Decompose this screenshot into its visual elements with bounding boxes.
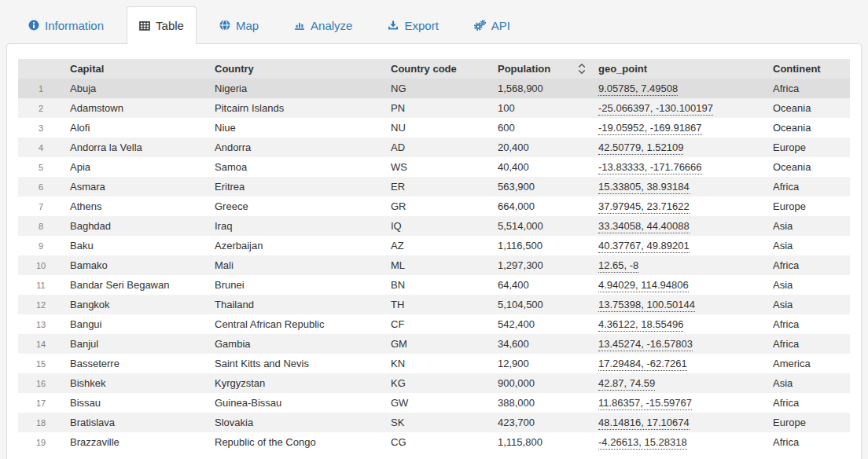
- cell-country-code: TH: [384, 295, 491, 314]
- table-row[interactable]: 7 Athens Greece GR 664,000 37.97945, 23.…: [18, 196, 850, 216]
- geo-point-link[interactable]: 15.33805, 38.93184: [598, 181, 690, 194]
- row-index: 5: [18, 157, 64, 177]
- column-header-country[interactable]: Country: [208, 59, 384, 79]
- cell-country-code: ML: [384, 255, 491, 275]
- geo-point-link[interactable]: 4.94029, 114.94806: [598, 279, 689, 292]
- table-row[interactable]: 4 Andorra la Vella Andorra AD 20,400 42.…: [18, 138, 850, 157]
- table-row[interactable]: 10 Bamako Mali ML 1,297,300 12.65, -8 Af…: [18, 255, 850, 275]
- cell-continent: Asia: [767, 236, 850, 255]
- column-header-country-code[interactable]: Country code: [384, 59, 491, 79]
- column-header-continent[interactable]: Continent: [767, 59, 850, 79]
- table-row[interactable]: 16 Bishkek Kyrgyzstan KG 900,000 42.87, …: [18, 373, 850, 393]
- table-row[interactable]: 5 Apia Samoa WS 40,400 -13.83333, -171.7…: [18, 157, 850, 177]
- cell-population: 64,400: [491, 275, 592, 295]
- column-header-geo-point[interactable]: geo_point: [592, 59, 767, 79]
- geo-point-link[interactable]: -19.05952, -169.91867: [598, 122, 702, 135]
- table-row[interactable]: 3 Alofi Niue NU 600 -19.05952, -169.9186…: [18, 118, 850, 138]
- cell-continent: Africa: [767, 314, 850, 334]
- tab-label: Map: [236, 20, 259, 31]
- cell-geo-point: 42.87, 74.59: [592, 373, 767, 393]
- tab-table[interactable]: Table: [127, 6, 197, 44]
- sort-icon[interactable]: [578, 63, 586, 75]
- table-row[interactable]: 15 Basseterre Saint Kitts and Nevis KN 1…: [18, 354, 850, 373]
- row-index: 12: [18, 295, 64, 314]
- geo-point-link[interactable]: 33.34058, 44.40088: [598, 220, 690, 233]
- table-row[interactable]: 12 Bangkok Thailand TH 5,104,500 13.7539…: [18, 295, 850, 314]
- column-header-capital[interactable]: Capital: [64, 59, 208, 79]
- geo-point-link[interactable]: 42.87, 74.59: [598, 377, 655, 391]
- cell-population: 5,514,000: [491, 216, 592, 236]
- cell-continent: Asia: [767, 295, 850, 314]
- cell-population: 1,116,500: [491, 236, 592, 255]
- cell-capital: Banjul: [64, 334, 208, 354]
- geo-point-link[interactable]: 9.05785, 7.49508: [598, 83, 678, 96]
- row-index: 16: [18, 373, 64, 393]
- cell-population: 900,000: [491, 373, 592, 393]
- cell-country-code: GW: [384, 393, 491, 413]
- cell-country-code: KN: [384, 354, 491, 373]
- geo-point-link[interactable]: 12.65, -8: [598, 259, 638, 273]
- table-row[interactable]: 8 Baghdad Iraq IQ 5,514,000 33.34058, 44…: [18, 216, 850, 236]
- cell-geo-point: 37.97945, 23.71622: [592, 196, 767, 216]
- tab-api[interactable]: API: [462, 6, 523, 43]
- table-body: 1 Abuja Nigeria NG 1,568,900 9.05785, 7.…: [18, 79, 850, 452]
- cell-capital: Bamako: [64, 255, 208, 275]
- cell-geo-point: -4.26613, 15.28318: [592, 432, 767, 452]
- row-index: 8: [18, 216, 64, 236]
- geo-point-link[interactable]: 13.75398, 100.50144: [598, 299, 695, 312]
- row-index: 15: [18, 354, 64, 373]
- column-header-population[interactable]: Population: [491, 59, 592, 79]
- tab-map[interactable]: Map: [207, 6, 271, 43]
- geo-point-link[interactable]: 4.36122, 18.55496: [598, 318, 683, 332]
- row-index: 13: [18, 314, 64, 334]
- cell-population: 1,568,900: [491, 79, 592, 98]
- table-row[interactable]: 17 Bissau Guinea-Bissau GW 388,000 11.86…: [18, 393, 850, 413]
- geo-point-link[interactable]: -13.83333, -171.76666: [598, 161, 702, 174]
- cell-country-code: GR: [384, 196, 491, 216]
- cell-capital: Alofi: [64, 118, 208, 138]
- table-header-row: Capital Country Country code Population: [18, 59, 850, 79]
- row-index: 18: [18, 413, 64, 432]
- table-row[interactable]: 1 Abuja Nigeria NG 1,568,900 9.05785, 7.…: [18, 79, 850, 98]
- cell-geo-point: 40.37767, 49.89201: [592, 236, 767, 255]
- cell-country: Azerbaijan: [208, 236, 384, 255]
- table-row[interactable]: 14 Banjul Gambia GM 34,600 13.45274, -16…: [18, 334, 850, 354]
- cell-population: 5,104,500: [491, 295, 592, 314]
- dataset-tabs: Information Table Map: [0, 0, 868, 43]
- cell-country: Brunei: [208, 275, 384, 295]
- cell-geo-point: 15.33805, 38.93184: [592, 177, 767, 196]
- cell-country-code: CF: [384, 314, 491, 334]
- table-row[interactable]: 6 Asmara Eritrea ER 563,900 15.33805, 38…: [18, 177, 850, 196]
- cell-country: Thailand: [208, 295, 384, 314]
- table-row[interactable]: 2 Adamstown Pitcairn Islands PN 100 -25.…: [18, 98, 850, 118]
- table-row[interactable]: 18 Bratislava Slovakia SK 423,700 48.148…: [18, 413, 850, 432]
- table-row[interactable]: 11 Bandar Seri Begawan Brunei BN 64,400 …: [18, 275, 850, 295]
- geo-point-link[interactable]: 40.37767, 49.89201: [598, 240, 690, 253]
- row-index: 19: [18, 432, 64, 452]
- tab-information[interactable]: Information: [16, 6, 116, 43]
- geo-point-link[interactable]: 11.86357, -15.59767: [598, 397, 692, 410]
- cell-geo-point: 42.50779, 1.52109: [592, 138, 767, 157]
- geo-point-link[interactable]: 42.50779, 1.52109: [598, 141, 683, 155]
- geo-point-link[interactable]: 17.29484, -62.7261: [598, 358, 687, 371]
- cell-geo-point: 17.29484, -62.7261: [592, 354, 767, 373]
- cell-population: 664,000: [491, 196, 592, 216]
- cell-capital: Baghdad: [64, 216, 208, 236]
- geo-point-link[interactable]: 13.45274, -16.57803: [598, 338, 693, 351]
- cell-population: 1,297,300: [491, 255, 592, 275]
- cell-capital: Bandar Seri Begawan: [64, 275, 208, 295]
- table-row[interactable]: 19 Brazzaville Republic of the Congo CG …: [18, 432, 850, 452]
- tab-analyze[interactable]: Analyze: [281, 6, 365, 43]
- cell-country-code: KG: [384, 373, 491, 393]
- cell-population: 563,900: [491, 177, 592, 196]
- geo-point-link[interactable]: 37.97945, 23.71622: [598, 200, 690, 214]
- cell-population: 1,115,800: [491, 432, 592, 452]
- table-row[interactable]: 9 Baku Azerbaijan AZ 1,116,500 40.37767,…: [18, 236, 850, 255]
- geo-point-link[interactable]: 48.14816, 17.10674: [598, 417, 690, 430]
- cell-capital: Bishkek: [64, 373, 208, 393]
- geo-point-link[interactable]: -25.066397, -130.100197: [598, 102, 713, 116]
- geo-point-link[interactable]: -4.26613, 15.28318: [598, 436, 687, 450]
- table-row[interactable]: 13 Bangui Central African Republic CF 54…: [18, 314, 850, 334]
- cell-population: 542,400: [491, 314, 592, 334]
- tab-export[interactable]: Export: [375, 6, 451, 43]
